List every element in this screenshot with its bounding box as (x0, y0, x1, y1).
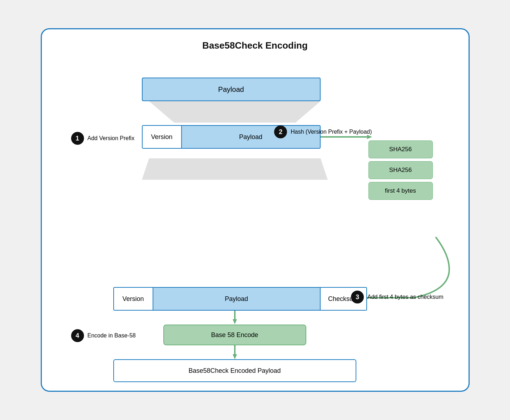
funnel-bottom (142, 158, 328, 180)
diagram-container: Base58Check Encoding Pa (41, 28, 470, 392)
step3-row: Version Payload Checksum (113, 287, 367, 311)
payload-top-label: Payload (218, 85, 244, 94)
sha256-label-2: SHA256 (389, 167, 412, 174)
funnel-top (149, 101, 321, 123)
sha256-box-1: SHA256 (368, 140, 433, 158)
version-label-2: Version (122, 295, 144, 303)
step4-label: Encode in Base-58 (88, 332, 136, 339)
step3-badge-area: 3 Add first 4 bytes as checksum (351, 291, 444, 303)
version-label-1: Version (151, 133, 172, 141)
step1-number: 1 (75, 135, 79, 142)
arrowhead-to-final (233, 354, 237, 359)
step1-label: Add Version Prefix (88, 135, 135, 142)
version-cell-2: Version (114, 288, 153, 310)
step3-circle: 3 (351, 291, 364, 303)
step3-number: 3 (356, 293, 359, 301)
first4bytes-label: first 4 bytes (385, 187, 416, 194)
diagram-body: Payload 1 Add Version Prefix Version Pay… (56, 62, 454, 376)
final-output-label: Base58Check Encoded Payload (188, 367, 281, 375)
step2-label: Hash (Version Prefix + Payload) (291, 129, 372, 135)
step1-badge-area: 1 Add Version Prefix (71, 132, 135, 145)
payload-cell-2: Payload (153, 288, 320, 310)
base58-encode-box: Base 58 Encode (163, 325, 306, 345)
final-output-box: Base58Check Encoded Payload (113, 359, 356, 382)
step2-badge-area: 2 Hash (Version Prefix + Payload) (274, 125, 372, 138)
step4-circle: 4 (71, 329, 84, 342)
step4-badge-area: 4 Encode in Base-58 (71, 329, 136, 342)
payload-top-box: Payload (142, 78, 321, 101)
sha256-label-1: SHA256 (389, 146, 412, 153)
step1-circle: 1 (71, 132, 84, 145)
step4-number: 4 (75, 332, 79, 340)
step3-label: Add first 4 bytes as checksum (367, 294, 444, 300)
first4bytes-box: first 4 bytes (368, 182, 433, 200)
version-cell-1: Version (143, 126, 182, 148)
step2-circle: 2 (274, 125, 287, 138)
base58-encode-label: Base 58 Encode (211, 331, 258, 339)
diagram-title: Base58Check Encoding (56, 40, 454, 51)
step2-number: 2 (279, 128, 282, 136)
payload-label-mid: Payload (239, 133, 262, 141)
sha-panel: SHA256 SHA256 first 4 bytes (368, 140, 433, 200)
arrow-from-first4bytes (367, 237, 449, 298)
arrowhead-to-base58 (233, 319, 237, 324)
sha256-box-2: SHA256 (368, 161, 433, 179)
payload-label-bot: Payload (225, 295, 248, 303)
